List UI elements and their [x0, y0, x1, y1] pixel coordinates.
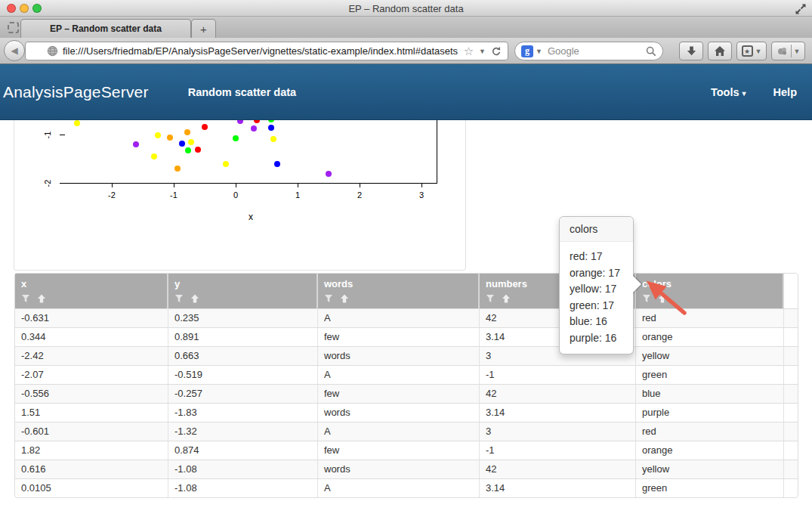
filter-icon[interactable]	[21, 292, 30, 306]
navigation-toolbar: file:///Users/friedmab/EP/AnalysisPageSe…	[0, 38, 812, 64]
column-label-x: x	[21, 278, 161, 289]
x-tick-mark	[360, 184, 360, 187]
tab-active[interactable]: EP – Random scatter data	[20, 19, 191, 38]
sort-icon[interactable]	[37, 292, 46, 306]
cell-x: -2.42	[15, 347, 168, 365]
brand-link[interactable]: AnalysisPageServer	[3, 83, 149, 101]
url-dropdown-icon[interactable]: ▼	[479, 48, 486, 55]
tab-title: EP – Random scatter data	[50, 23, 162, 34]
cell-filler	[784, 441, 798, 460]
popover-body: red: 17orange: 17yellow: 17green: 17blue…	[560, 242, 633, 354]
scatter-point-yellow	[188, 139, 194, 145]
tab-groups-icon[interactable]	[8, 22, 19, 33]
y-tick-mark	[60, 135, 65, 135]
bookmarks-menu-button[interactable]: ★ ▼	[736, 42, 767, 60]
addon-dropdown-icon[interactable]: ▼	[794, 48, 801, 55]
column-header-words[interactable]: words	[318, 274, 480, 308]
scatter-point-orange	[184, 129, 190, 135]
tools-menu[interactable]: Tools▾	[711, 86, 746, 98]
scatter-point-blue	[179, 141, 185, 147]
cell-x: 1.51	[15, 404, 168, 422]
cell-numbers: 42	[480, 385, 636, 403]
scatter-point-blue	[274, 161, 280, 167]
search-bar[interactable]: g ▼ Google	[514, 42, 663, 60]
scatter-point-purple	[251, 125, 257, 132]
window-titlebar: EP – Random scatter data	[0, 0, 812, 17]
filter-icon[interactable]	[486, 292, 495, 306]
cell-filler	[784, 404, 798, 422]
filter-icon[interactable]	[324, 292, 333, 306]
addon-button[interactable]: ▼	[771, 42, 805, 60]
cell-filler	[784, 460, 798, 478]
cell-words: A	[318, 309, 480, 327]
cell-colors: green	[636, 479, 784, 497]
scatter-point-purple	[133, 141, 139, 147]
scatter-point-purple	[326, 171, 332, 177]
google-search-engine-icon[interactable]: g	[521, 45, 533, 57]
cell-colors: green	[636, 366, 784, 384]
popover-title: colors	[560, 217, 633, 242]
cell-x: -2.07	[15, 366, 168, 384]
app-navbar: AnalysisPageServer Random scatter data T…	[0, 64, 812, 120]
table-row: 1.820.874few-1orange	[15, 441, 798, 460]
cell-x: 0.616	[15, 460, 168, 478]
cell-filler	[784, 309, 798, 327]
url-text[interactable]: file:///Users/friedmab/EP/AnalysisPageSe…	[63, 45, 458, 57]
search-engine-dropdown-icon[interactable]: ▼	[536, 48, 542, 55]
cell-y: -1.08	[168, 479, 318, 497]
cell-colors: yellow	[636, 460, 784, 478]
cell-words: words	[318, 347, 480, 365]
nav-page-title[interactable]: Random scatter data	[188, 86, 296, 98]
downloads-button[interactable]	[679, 42, 703, 60]
tab-strip: EP – Random scatter data +	[0, 17, 812, 38]
scatter-point-green	[268, 120, 274, 122]
cell-words: A	[318, 479, 480, 497]
home-button[interactable]	[708, 42, 732, 60]
scatter-point-yellow	[155, 132, 161, 138]
sort-icon[interactable]	[340, 292, 349, 306]
new-tab-button[interactable]: +	[191, 19, 216, 38]
x-tick-label: -1	[161, 190, 187, 200]
cell-y: 0.891	[168, 328, 318, 346]
x-tick-label: 2	[347, 190, 372, 200]
cell-y: 0.874	[168, 441, 318, 460]
x-tick-label: 3	[409, 190, 434, 200]
popover-line-blue: blue: 16	[570, 314, 623, 330]
cell-numbers: 3.14	[480, 404, 636, 422]
search-input[interactable]: Google	[548, 45, 646, 57]
cell-filler	[784, 385, 798, 403]
cell-colors: orange	[636, 441, 784, 460]
sort-icon[interactable]	[502, 292, 511, 306]
table-row: -2.420.663words3yellow	[15, 346, 798, 365]
table-row: -0.601-1.32A3red	[15, 422, 798, 441]
cell-colors: red	[636, 422, 784, 441]
cell-words: few	[318, 385, 480, 403]
x-tick-mark	[298, 184, 298, 187]
column-header-x[interactable]: x	[15, 274, 168, 308]
scatter-point-yellow	[74, 120, 80, 126]
back-button[interactable]: ◀	[4, 40, 25, 61]
cell-filler	[784, 347, 798, 365]
x-tick-label: 1	[285, 190, 310, 200]
x-tick-mark	[174, 184, 174, 187]
tools-caret-icon: ▾	[743, 89, 746, 98]
x-tick-mark	[236, 184, 236, 187]
fullscreen-icon[interactable]	[795, 3, 807, 15]
globe-icon	[47, 45, 58, 57]
home-icon	[714, 45, 726, 57]
sort-icon[interactable]	[190, 292, 199, 306]
reload-icon[interactable]	[491, 46, 502, 57]
filter-icon[interactable]	[174, 292, 184, 306]
search-magnifier-icon	[646, 46, 656, 57]
help-menu[interactable]: Help	[773, 86, 797, 98]
cell-words: few	[318, 328, 480, 346]
scatter-point-blue	[268, 125, 274, 131]
url-bar[interactable]: file:///Users/friedmab/EP/AnalysisPageSe…	[25, 42, 508, 60]
cell-numbers: -1	[480, 366, 636, 384]
column-header-icons	[324, 292, 472, 306]
bookmark-star-icon[interactable]: ☆	[464, 45, 474, 58]
cell-filler	[784, 479, 798, 497]
column-header-y[interactable]: y	[168, 274, 318, 308]
annotation-arrow	[641, 278, 692, 319]
popover-line-red: red: 17	[570, 249, 623, 265]
